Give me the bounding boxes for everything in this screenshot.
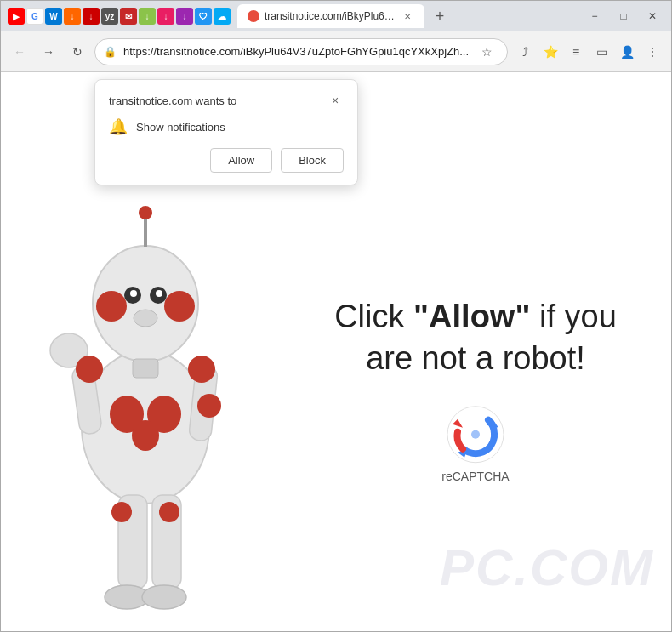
- svg-point-10: [156, 290, 162, 297]
- svg-point-24: [139, 206, 152, 219]
- notification-text: Show notifications: [136, 121, 225, 134]
- share-icon[interactable]: ⤴: [513, 40, 537, 64]
- watermark: PC.COM: [440, 538, 654, 597]
- bookmark-icon[interactable]: ☆: [475, 40, 498, 64]
- menu-icon[interactable]: ⋮: [641, 40, 664, 64]
- tab-favicon: [248, 10, 259, 22]
- ext-dl5-icon[interactable]: ↓: [176, 8, 193, 25]
- ext-dl3-icon[interactable]: ↓: [139, 8, 156, 25]
- recaptcha-logo-svg: [446, 405, 505, 464]
- refresh-button[interactable]: ↻: [65, 40, 89, 64]
- bell-icon: 🔔: [109, 117, 128, 136]
- address-bar[interactable]: [123, 45, 468, 58]
- ext-google-icon[interactable]: G: [26, 8, 43, 25]
- headline-emphasis: "Allow": [413, 298, 530, 333]
- forward-button[interactable]: →: [37, 40, 60, 64]
- page-text: Click "Allow" if you are not a robot!: [314, 295, 637, 483]
- ext-word-icon[interactable]: W: [45, 8, 62, 25]
- address-bar-container: 🔒 ☆: [94, 38, 508, 65]
- minimize-button[interactable]: −: [583, 4, 607, 28]
- svg-rect-12: [133, 359, 158, 378]
- extension-icons-left: ▶ G W ↓ ↓ yz ✉ ↓ ↓ ↓ 🛡 ☁: [8, 8, 231, 25]
- ext-mail-icon[interactable]: ✉: [120, 8, 137, 25]
- toolbar: ← → ↻ 🔒 ☆ ⤴ ⭐ ≡ ▭ 👤 ⋮: [1, 31, 671, 72]
- active-tab[interactable]: transitnotice.com/iBkyPlu64V37uZ... ✕: [237, 4, 424, 28]
- svg-point-5: [96, 291, 127, 322]
- ext-yz-icon[interactable]: yz: [101, 8, 118, 25]
- ext-shield-icon[interactable]: 🛡: [195, 8, 212, 25]
- svg-point-20: [159, 502, 179, 522]
- maximize-button[interactable]: □: [612, 4, 635, 28]
- headline-prefix: Click: [334, 298, 413, 333]
- popup-buttons: Allow Block: [109, 148, 344, 173]
- svg-point-26: [188, 356, 215, 383]
- title-bar: ▶ G W ↓ ↓ yz ✉ ↓ ↓ ↓ 🛡 ☁ transitnotice.c…: [1, 1, 671, 31]
- recaptcha-badge: reCAPTCHA: [314, 405, 637, 483]
- back-button[interactable]: ←: [8, 40, 31, 64]
- page-headline: Click "Allow" if you are not a robot!: [314, 295, 637, 379]
- robot-figure: [1, 138, 290, 631]
- svg-marker-30: [453, 419, 463, 428]
- svg-point-16: [197, 394, 221, 418]
- block-button[interactable]: Block: [281, 148, 344, 173]
- notification-popup: transitnotice.com wants to × 🔔 Show noti…: [94, 79, 358, 185]
- ext-cloud-icon[interactable]: ☁: [214, 8, 231, 25]
- svg-point-32: [471, 430, 480, 439]
- svg-point-11: [134, 310, 157, 327]
- tab-close-button[interactable]: ✕: [401, 9, 414, 23]
- popup-header: transitnotice.com wants to ×: [109, 92, 344, 109]
- ext-dl1-icon[interactable]: ↓: [64, 8, 81, 25]
- toolbar-icons: ⤴ ⭐ ≡ ▭ 👤 ⋮: [513, 40, 664, 64]
- ext-youtube-icon[interactable]: ▶: [8, 8, 25, 25]
- svg-point-9: [130, 290, 137, 297]
- svg-point-3: [132, 420, 159, 451]
- popup-notification-row: 🔔 Show notifications: [109, 117, 344, 136]
- svg-point-6: [164, 291, 195, 322]
- svg-point-18: [111, 502, 132, 522]
- svg-point-25: [76, 356, 103, 383]
- tab-bar: ▶ G W ↓ ↓ yz ✉ ↓ ↓ ↓ 🛡 ☁ transitnotice.c…: [8, 4, 579, 28]
- recaptcha-label: reCAPTCHA: [441, 470, 509, 483]
- ext-dl2-icon[interactable]: ↓: [83, 8, 100, 25]
- popup-title: transitnotice.com wants to: [109, 94, 236, 107]
- tab-label: transitnotice.com/iBkyPlu64V37uZ...: [265, 10, 396, 22]
- cast-icon[interactable]: ▭: [589, 40, 613, 64]
- popup-close-button[interactable]: ×: [327, 92, 344, 109]
- close-button[interactable]: ✕: [641, 4, 664, 28]
- robot-svg: [18, 155, 273, 631]
- tab-search-icon[interactable]: ≡: [564, 40, 588, 64]
- browser-window: ▶ G W ↓ ↓ yz ✉ ↓ ↓ ↓ 🛡 ☁ transitnotice.c…: [0, 0, 672, 632]
- svg-point-22: [142, 585, 186, 609]
- window-controls: − □ ✕: [583, 4, 664, 28]
- lock-icon: 🔒: [104, 46, 117, 58]
- account-icon[interactable]: 👤: [615, 40, 639, 64]
- allow-button[interactable]: Allow: [210, 148, 272, 173]
- bookmark-star-icon[interactable]: ⭐: [538, 40, 562, 64]
- ext-dl4-icon[interactable]: ↓: [157, 8, 174, 25]
- new-tab-button[interactable]: +: [428, 4, 452, 28]
- page-content: PC.COM: [1, 72, 671, 631]
